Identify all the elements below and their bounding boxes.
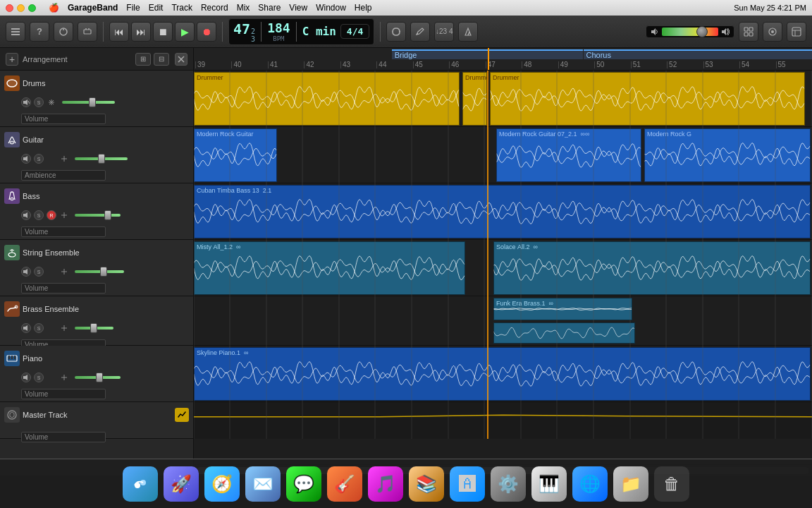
arrangement-view1[interactable]: ⊞ <box>135 53 151 66</box>
record-button[interactable]: ⏺ <box>197 22 216 42</box>
apple-menu[interactable]: 🍎 <box>49 3 59 13</box>
timeline-area: Bridge Chorus 39404142434445464748495051… <box>194 48 812 476</box>
pencil-button[interactable] <box>410 22 430 42</box>
minimize-button[interactable] <box>17 4 25 12</box>
dock-systemprefs[interactable]: ⚙️ <box>491 466 526 502</box>
menu-record[interactable]: Record <box>201 3 228 13</box>
brass-volume-knob[interactable] <box>90 323 97 333</box>
sep2 <box>222 22 223 42</box>
piano-volume-knob[interactable] <box>96 373 103 382</box>
maximize-button[interactable] <box>28 4 36 12</box>
menu-file[interactable]: File <box>126 3 140 13</box>
strings-ctrl3 <box>47 267 56 277</box>
guitar-mute[interactable] <box>21 154 31 164</box>
quickhelp-button[interactable]: ? <box>30 22 49 42</box>
brass-volume-slider[interactable] <box>75 327 113 329</box>
piano-mute[interactable] <box>21 373 31 382</box>
brass-solo[interactable]: S <box>34 323 44 333</box>
drums-volume-slider[interactable] <box>62 101 115 104</box>
menu-share[interactable]: Share <box>258 3 281 13</box>
dock-piano[interactable]: 🎹 <box>531 466 567 502</box>
plugins-button[interactable] <box>78 22 97 42</box>
dock-garageband[interactable]: 🎸 <box>327 466 362 502</box>
menu-mix[interactable]: Mix <box>237 3 250 13</box>
bass-mute[interactable] <box>21 210 31 220</box>
dock-network[interactable]: 🌐 <box>572 466 608 502</box>
arrangement-view2[interactable]: ⊟ <box>154 53 169 66</box>
bass-volume-slider[interactable] <box>75 214 121 217</box>
svg-rect-40 <box>14 356 16 359</box>
notes-button[interactable] <box>763 22 782 42</box>
safari-emoji: 🧭 <box>211 474 233 494</box>
master-automation-button[interactable] <box>175 408 189 422</box>
dock-ibooks[interactable]: 📚 <box>409 466 444 502</box>
menu-window[interactable]: Window <box>316 3 346 13</box>
piano-volume-slider[interactable] <box>75 376 121 379</box>
guitar-bottom: Ambience <box>0 167 193 183</box>
strings-volume-knob[interactable] <box>100 267 107 277</box>
dock-finder[interactable] <box>123 466 158 502</box>
play-button[interactable]: ▶ <box>175 22 195 42</box>
strings-solo[interactable]: S <box>34 267 44 277</box>
drums-volume-select[interactable]: Volume <box>21 114 106 124</box>
master-volume-select[interactable]: Volume <box>21 432 106 442</box>
dock-finder2[interactable]: 📁 <box>613 466 648 502</box>
piano-solo[interactable]: S <box>34 373 44 382</box>
menu-edit[interactable]: Edit <box>149 3 164 13</box>
menu-view[interactable]: View <box>289 3 307 13</box>
dock-launchpad[interactable]: 🚀 <box>164 466 199 502</box>
guitar-ambience-select[interactable]: Ambience <box>21 170 106 181</box>
drums-volume-knob[interactable] <box>89 97 96 107</box>
fast-forward-button[interactable]: ⏭ <box>131 22 151 42</box>
bass-record-arm[interactable]: R <box>47 210 56 220</box>
strings-volume-slider[interactable] <box>75 270 124 273</box>
dock-messages[interactable]: 💬 <box>286 466 321 502</box>
guitar-volume-slider[interactable] <box>75 157 128 160</box>
brass-mute[interactable] <box>21 323 31 333</box>
drums-mute[interactable] <box>21 97 31 107</box>
dock-appstore[interactable]: 🅰 <box>450 466 485 502</box>
drums-solo[interactable]: S <box>34 97 44 107</box>
dock-safari[interactable]: 🧭 <box>204 466 240 502</box>
cycle-button[interactable] <box>386 22 406 42</box>
stop-button[interactable]: ⏹ <box>153 22 173 42</box>
editors-button[interactable] <box>739 22 758 42</box>
menu-track[interactable]: Track <box>171 3 192 13</box>
guitar-volume-knob[interactable] <box>98 154 105 164</box>
bass-volume-knob[interactable] <box>104 210 111 220</box>
dock-trash[interactable]: 🗑 <box>654 466 689 502</box>
close-button[interactable] <box>6 4 13 12</box>
lcd-sep2 <box>296 22 297 42</box>
svg-rect-14 <box>744 28 748 31</box>
master-bottom: Volume <box>0 428 193 445</box>
library-button[interactable] <box>6 22 25 42</box>
piano-controls: S <box>0 371 193 385</box>
count-in-button[interactable]: ↓23 4 <box>434 22 454 42</box>
bass-volume-select[interactable]: Volume <box>21 226 106 237</box>
tracks-scroll[interactable] <box>194 71 812 464</box>
piano-volume-select[interactable]: Volume <box>21 389 106 399</box>
strings-mute[interactable] <box>21 267 31 277</box>
volume-knob[interactable] <box>696 26 708 37</box>
dock-itunes[interactable]: 🎵 <box>368 466 403 502</box>
rewind-button[interactable]: ⏮ <box>109 22 129 42</box>
drums-freeze[interactable] <box>47 97 56 107</box>
guitar-solo[interactable]: S <box>34 154 44 164</box>
strings-volume-select[interactable]: Volume <box>21 283 106 294</box>
arrangement-close[interactable] <box>175 53 187 66</box>
menu-right: Sun May 25 4:21 PM <box>734 4 806 12</box>
menu-garageband[interactable]: GarageBand <box>68 3 118 13</box>
bass-solo[interactable]: S <box>34 210 44 220</box>
bass-icon <box>4 188 20 204</box>
menu-help[interactable]: Help <box>355 3 372 13</box>
guitar-name: Guitar <box>23 135 189 144</box>
ruler-mark-43: 43 <box>340 61 376 68</box>
smartcontrols-button[interactable] <box>54 22 73 42</box>
metronome-button[interactable] <box>458 22 478 42</box>
browser-button[interactable] <box>787 22 806 42</box>
dock-mail[interactable]: ✉️ <box>245 466 281 502</box>
volume-bar[interactable] <box>662 28 718 36</box>
launchpad-emoji: 🚀 <box>171 474 192 494</box>
add-track-button[interactable]: + <box>6 53 18 66</box>
svg-rect-20 <box>792 28 801 36</box>
